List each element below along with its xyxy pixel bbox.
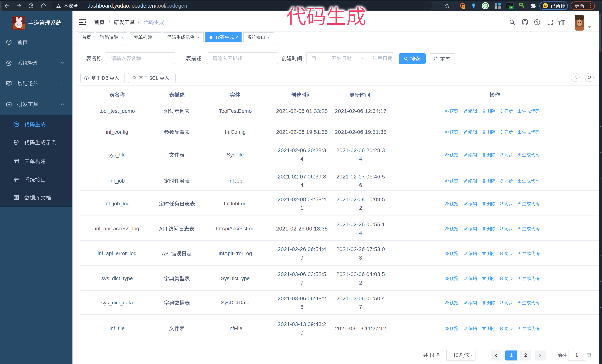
svg-text:on: on — [510, 6, 513, 9]
svg-text:1: 1 — [463, 6, 464, 9]
